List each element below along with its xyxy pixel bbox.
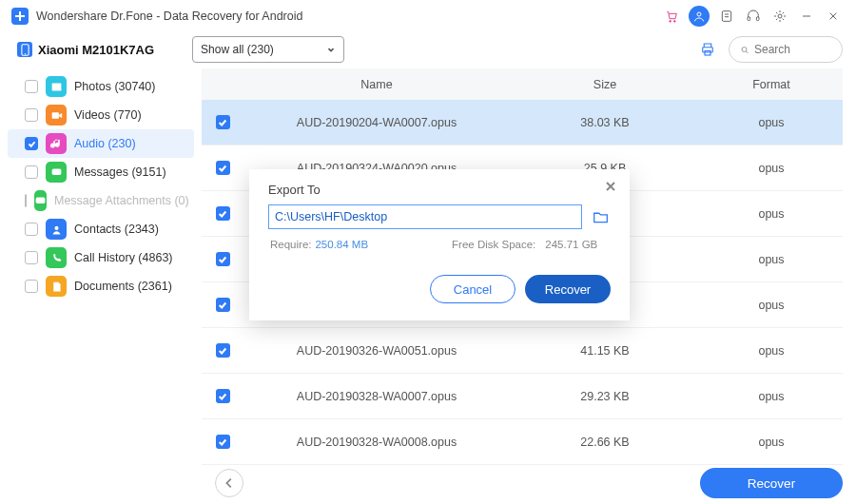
category-checkbox[interactable]: [25, 108, 38, 122]
svg-rect-15: [36, 197, 46, 204]
account-icon[interactable]: [689, 6, 710, 27]
dialog-recover-button[interactable]: Recover: [525, 275, 611, 303]
contacts-icon: [46, 219, 67, 240]
table-row[interactable]: AUD-20190326-WA0051.opus41.15 KBopus: [202, 328, 843, 374]
freespace-label: Free Disk Space:: [452, 239, 535, 250]
row-format: opus: [700, 436, 843, 449]
svg-rect-5: [756, 17, 759, 21]
row-format: opus: [700, 253, 843, 266]
svg-point-16: [54, 225, 58, 229]
row-checkbox[interactable]: [216, 115, 230, 129]
row-format: opus: [700, 390, 843, 403]
svg-point-10: [742, 47, 747, 51]
svg-rect-8: [703, 48, 713, 52]
export-path-input[interactable]: [268, 204, 582, 229]
sidebar-item-audio[interactable]: Audio (230): [8, 129, 194, 158]
category-checkbox[interactable]: [25, 251, 38, 264]
sidebar-item-docs[interactable]: Documents (2361): [8, 272, 194, 300]
category-label: Message Attachments (0): [54, 194, 189, 207]
category-checkbox[interactable]: [25, 165, 38, 179]
app-title: Wondershare Dr.Fone - Data Recovery for …: [36, 10, 302, 23]
export-dialog: Export To Require: 250.84 MB Free Disk S…: [249, 169, 630, 320]
row-checkbox[interactable]: [216, 252, 230, 266]
chevron-down-icon: [326, 45, 336, 54]
search-input[interactable]: [754, 43, 830, 56]
svg-rect-14: [51, 168, 61, 175]
row-name: AUD-20190328-WA0008.opus: [243, 436, 510, 449]
category-checkbox[interactable]: [25, 137, 38, 150]
docs-icon: [46, 276, 67, 297]
row-size: 38.03 KB: [510, 116, 700, 129]
sidebar-item-messages[interactable]: Messages (9151): [8, 158, 194, 186]
category-sidebar: Photos (30740)Videos (770)Audio (230)Mes…: [0, 68, 202, 462]
svg-rect-4: [748, 17, 750, 21]
search-box[interactable]: [729, 36, 843, 63]
category-checkbox[interactable]: [25, 223, 38, 236]
row-format: opus: [700, 162, 843, 175]
sidebar-item-callhist[interactable]: Call History (4863): [8, 243, 194, 272]
row-size: 29.23 KB: [510, 390, 700, 403]
require-label: Require:: [270, 239, 311, 250]
require-value: 250.84 MB: [315, 239, 368, 250]
svg-point-12: [53, 85, 55, 87]
row-name: AUD-20190204-WA0007.opus: [243, 116, 510, 129]
cart-icon[interactable]: [658, 3, 685, 29]
sidebar-item-photos[interactable]: Photos (30740): [8, 72, 194, 101]
feedback-icon[interactable]: [713, 3, 740, 29]
browse-folder-icon[interactable]: [590, 206, 611, 227]
row-checkbox[interactable]: [216, 435, 230, 449]
print-icon[interactable]: [694, 36, 721, 63]
photos-icon: [46, 76, 67, 97]
sidebar-item-msgatt: Message Attachments (0): [8, 186, 194, 215]
category-label: Contacts (2343): [74, 223, 159, 236]
category-checkbox: [25, 194, 27, 207]
msgatt-icon: [34, 190, 47, 211]
callhist-icon: [46, 247, 67, 268]
row-size: 41.15 KB: [510, 344, 700, 358]
table-row[interactable]: AUD-20190204-WA0007.opus38.03 KBopus: [202, 100, 843, 145]
category-label: Photos (30740): [74, 80, 155, 93]
device-badge: Xiaomi M2101K7AG: [13, 42, 154, 57]
filter-dropdown[interactable]: Show all (230): [192, 36, 344, 63]
table-row[interactable]: AUD-20190328-WA0008.opus22.66 KBopus: [202, 419, 843, 465]
svg-point-0: [670, 21, 671, 23]
row-name: AUD-20190328-WA0007.opus: [243, 390, 510, 403]
minimize-icon[interactable]: [793, 3, 820, 29]
recover-button[interactable]: Recover: [700, 468, 843, 498]
category-label: Audio (230): [74, 137, 136, 150]
messages-icon: [46, 162, 67, 183]
row-checkbox[interactable]: [216, 161, 230, 175]
app-logo: [11, 8, 29, 25]
support-icon[interactable]: [740, 3, 767, 29]
row-checkbox[interactable]: [216, 343, 230, 358]
device-name: Xiaomi M2101K7AG: [38, 43, 154, 57]
category-label: Documents (2361): [74, 280, 172, 293]
svg-rect-13: [51, 112, 58, 119]
svg-rect-3: [722, 11, 730, 22]
audio-icon: [46, 133, 67, 154]
row-name: AUD-20190326-WA0051.opus: [243, 344, 510, 358]
sidebar-item-videos[interactable]: Videos (770): [8, 101, 194, 129]
row-checkbox[interactable]: [216, 206, 230, 221]
row-checkbox[interactable]: [216, 298, 230, 312]
col-name-header[interactable]: Name: [243, 78, 510, 91]
close-icon[interactable]: [820, 3, 846, 29]
category-checkbox[interactable]: [25, 80, 38, 93]
svg-point-2: [697, 12, 701, 16]
category-checkbox[interactable]: [25, 280, 38, 293]
settings-icon[interactable]: [767, 3, 793, 29]
phone-icon: [17, 42, 32, 57]
col-size-header[interactable]: Size: [510, 78, 700, 91]
row-format: opus: [700, 116, 843, 129]
category-label: Messages (9151): [74, 165, 166, 179]
dialog-close-icon[interactable]: [601, 177, 620, 196]
table-row[interactable]: AUD-20190328-WA0007.opus29.23 KBopus: [202, 374, 843, 419]
col-format-header[interactable]: Format: [700, 78, 843, 91]
category-label: Call History (4863): [74, 251, 173, 264]
cancel-button[interactable]: Cancel: [430, 275, 516, 303]
back-button[interactable]: [215, 469, 243, 497]
svg-point-6: [778, 14, 782, 18]
category-label: Videos (770): [74, 108, 142, 122]
row-checkbox[interactable]: [216, 389, 230, 403]
sidebar-item-contacts[interactable]: Contacts (2343): [8, 215, 194, 243]
